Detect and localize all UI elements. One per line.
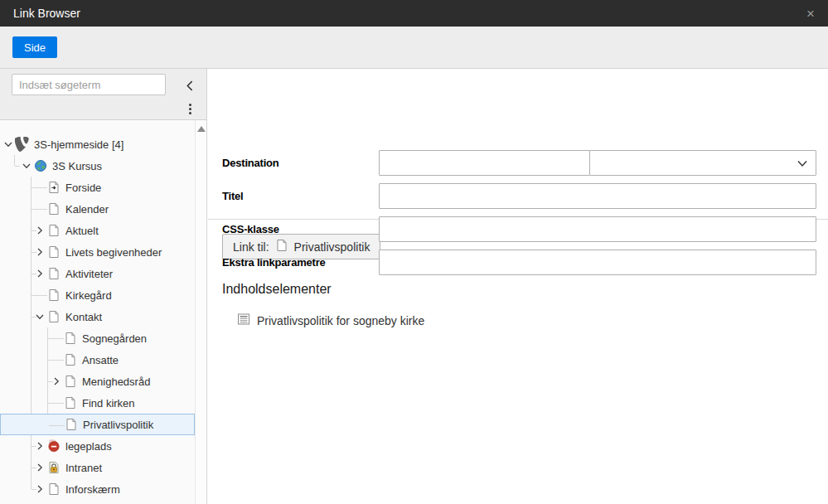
tree-item-kalender[interactable]: Kalender: [0, 198, 195, 220]
close-icon[interactable]: ×: [806, 7, 815, 21]
page-hidden-icon: [46, 439, 61, 453]
tree-connector-line: [31, 317, 36, 317]
page-shortcut-icon: [46, 180, 61, 195]
tree-connector-line: [31, 489, 36, 490]
tree-item-legeplads[interactable]: legeplads: [0, 435, 195, 457]
chevron-down-icon[interactable]: [20, 159, 33, 172]
page-tree: 3S-hjemmeside [4]3S KursusForsideKalende…: [0, 120, 195, 504]
tree-connector-line: [48, 381, 53, 382]
tree-item-label: 3S-hjemmeside [4]: [34, 138, 123, 151]
tree-item-label: Forside: [65, 182, 101, 194]
link-attributes-panel: Destination Titel CSS-klasse Ekstra link…: [208, 69, 828, 504]
tree-item-kirkeg-rd[interactable]: Kirkegård: [0, 284, 195, 306]
page-icon: [46, 223, 61, 238]
page-icon: [46, 482, 61, 497]
tree-connector-line: [48, 338, 64, 339]
page-icon: [46, 245, 61, 259]
page-icon: [63, 395, 78, 410]
link-browser-modal: Link Browser × Side 3S-hjemmeside [4]3S …: [0, 0, 828, 504]
content-element-link[interactable]: Privatlivspolitik for sogneby kirke: [237, 313, 828, 328]
tree-item-label: Aktuelt: [65, 225, 99, 237]
page-icon: [46, 309, 61, 324]
globe-icon: [33, 158, 48, 173]
scroll-up-arrow-icon[interactable]: [197, 126, 206, 132]
tree-item-label: Kontakt: [65, 311, 102, 323]
content-element-label: Privatlivspolitik for sogneby kirke: [257, 314, 424, 327]
link-attribute-form: Destination Titel CSS-klasse Ekstra link…: [208, 69, 828, 220]
content-text-icon: [237, 313, 250, 328]
tree-item-ansatte[interactable]: Ansatte: [0, 349, 195, 371]
tree-item-label: Menighedsråd: [82, 376, 150, 388]
tree-item-label: 3S Kursus: [52, 160, 102, 172]
tree-item-find-kirken[interactable]: Find kirken: [0, 392, 195, 414]
tree-item-inforsk-rm[interactable]: Inforskærm: [0, 478, 195, 500]
tree-item-privatlivspolitik[interactable]: Privatlivspolitik: [0, 414, 195, 435]
tab-strip: Side: [0, 27, 828, 69]
tree-connector-line: [48, 360, 64, 361]
tree-item-aktiviteter[interactable]: Aktiviteter: [0, 263, 195, 284]
tree-item-kontakt[interactable]: Kontakt: [0, 306, 195, 327]
destination-label: Destination: [222, 157, 279, 169]
page-icon: [46, 201, 61, 216]
link-to-prefix: Link til:: [233, 240, 269, 254]
linkparametre-input[interactable]: [379, 250, 816, 275]
titlebar: Link Browser ×: [0, 0, 828, 27]
tree-connector-line: [31, 209, 47, 210]
tree-connector-line: [31, 446, 36, 447]
tree-item-intranet[interactable]: Intranet: [0, 457, 195, 478]
tree-item-label: Aktiviteter: [65, 268, 113, 280]
tree-item-label: Livets begivenheder: [65, 246, 162, 259]
css-klasse-label: CSS-klasse: [222, 223, 279, 235]
linkparametre-label: Ekstra linkparametre: [222, 256, 326, 269]
tree-item-label: Kirkegård: [65, 289, 112, 302]
typo3-icon: [15, 137, 30, 152]
tree-item-aktuelt[interactable]: Aktuelt: [0, 220, 195, 241]
tree-connector-line: [48, 403, 64, 404]
tree-connector-line: [31, 252, 36, 253]
page-icon: [63, 374, 78, 389]
titel-label: Titel: [222, 190, 244, 202]
tree-item-menighedsr-d[interactable]: Menighedsråd: [0, 371, 195, 392]
chevron-down-icon[interactable]: [2, 138, 15, 151]
tree-connector-line: [31, 468, 36, 468]
search-input[interactable]: [12, 74, 166, 95]
tree-item-forside[interactable]: Forside: [0, 177, 195, 198]
tree-toolbar: [0, 69, 206, 120]
tree-connector-line: [31, 187, 47, 188]
page-restricted-icon: [46, 460, 61, 475]
tree-indent-spacer: [51, 418, 64, 431]
tree-connector-line: [31, 230, 36, 231]
destination-input[interactable]: [379, 150, 590, 176]
tree-connector-line: [15, 166, 20, 167]
tree-item-label: Ansatte: [82, 354, 119, 366]
tree-item-label: legeplads: [65, 440, 112, 453]
tree-item-3s-hjemmeside-4[interactable]: 3S-hjemmeside [4]: [0, 133, 195, 155]
tree-item-3s-kursus[interactable]: 3S Kursus: [0, 155, 195, 177]
tree-connector-line: [49, 425, 65, 426]
current-link-target: Privatlivspolitik: [294, 240, 370, 254]
page-icon: [63, 352, 78, 367]
destination-target-select[interactable]: [589, 150, 816, 176]
tree-item-label: Privatlivspolitik: [83, 419, 153, 431]
page-icon: [275, 239, 288, 254]
tree-item-label: Kalender: [65, 203, 109, 216]
tree-options-icon[interactable]: [184, 101, 196, 116]
page-icon: [64, 417, 79, 432]
tree-item-sogneg-rden[interactable]: Sognegården: [0, 327, 195, 349]
css-klasse-input[interactable]: [379, 216, 816, 242]
collapse-panel-icon[interactable]: [182, 78, 197, 93]
page-icon: [63, 331, 78, 346]
content-elements-heading: Indholdselementer: [222, 282, 828, 297]
tree-item-livets-begivenheder[interactable]: Livets begivenheder: [0, 241, 195, 263]
page-icon: [46, 288, 61, 303]
tree-connector-line: [31, 274, 36, 274]
tree-item-label: Sognegården: [82, 332, 147, 345]
page-tree-panel: 3S-hjemmeside [4]3S KursusForsideKalende…: [0, 69, 207, 504]
tree-connector-line: [31, 295, 47, 296]
tab-side[interactable]: Side: [12, 36, 57, 58]
tree-item-label: Find kirken: [82, 397, 135, 410]
window-title: Link Browser: [13, 7, 80, 20]
tree-scrollbar[interactable]: [195, 120, 206, 504]
page-icon: [46, 266, 61, 281]
titel-input[interactable]: [379, 183, 816, 209]
